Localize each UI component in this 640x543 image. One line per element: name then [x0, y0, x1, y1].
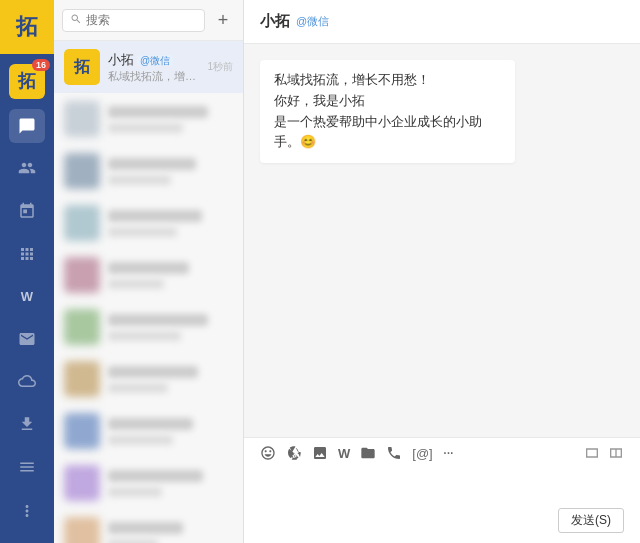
contact-name-xiaotuo: 小拓@微信 — [108, 51, 199, 69]
sidebar-item-contacts[interactable] — [9, 151, 45, 186]
avatar — [64, 205, 100, 241]
phone-button[interactable] — [386, 445, 402, 461]
sidebar-item-menu[interactable] — [9, 493, 45, 529]
user-avatar[interactable]: 拓 16 — [9, 64, 45, 99]
window-icon[interactable] — [584, 445, 600, 461]
avatar — [64, 309, 100, 345]
message-bubble: 私域找拓流，增长不用愁！ 你好，我是小拓 是一个热爱帮助中小企业成长的小助手。😊 — [260, 60, 515, 163]
chat-area: 小拓 @微信 私域找拓流，增长不用愁！ 你好，我是小拓 是一个热爱帮助中小企业成… — [244, 0, 640, 543]
split-icon[interactable] — [608, 445, 624, 461]
list-item[interactable] — [54, 353, 243, 405]
bubble-content: 私域找拓流，增长不用愁！ 你好，我是小拓 是一个热爱帮助中小企业成长的小助手。😊 — [260, 60, 515, 163]
sidebar-item-mail[interactable] — [9, 321, 45, 356]
search-input[interactable] — [86, 13, 197, 27]
contact-preview-xiaotuo: 私域找拓流，增长不用愁！ — [108, 69, 199, 84]
emoji-button[interactable] — [260, 445, 276, 461]
contact-panel: + 拓 小拓@微信 私域找拓流，增长不用愁！ 1秒前 — [54, 0, 244, 543]
sidebar-item-cloud[interactable] — [9, 364, 45, 399]
sidebar-item-doc[interactable]: W — [9, 279, 45, 314]
avatar — [64, 413, 100, 449]
message-line1: 私域找拓流，增长不用愁！ — [274, 70, 501, 91]
avatar — [64, 361, 100, 397]
sidebar-bottom — [9, 445, 45, 543]
contact-time-xiaotuo: 1秒前 — [207, 60, 233, 74]
contact-avatar-xiaotuo: 拓 — [64, 49, 100, 85]
folder-button[interactable] — [360, 445, 376, 461]
sidebar: 拓 拓 16 W — [0, 0, 54, 543]
avatar — [64, 257, 100, 293]
list-item[interactable] — [54, 509, 243, 543]
app-logo: 拓 — [0, 0, 54, 54]
chat-messages: 私域找拓流，增长不用愁！ 你好，我是小拓 是一个热爱帮助中小企业成长的小助手。😊 — [244, 44, 640, 437]
image-button[interactable] — [312, 445, 328, 461]
list-item[interactable] — [54, 457, 243, 509]
add-button[interactable]: + — [211, 8, 235, 32]
sidebar-item-settings[interactable] — [9, 449, 45, 485]
more-button[interactable]: ··· — [443, 444, 453, 462]
list-item[interactable] — [54, 93, 243, 145]
chat-header-tag: @微信 — [296, 14, 329, 29]
message-input[interactable] — [260, 476, 624, 504]
avatar — [64, 465, 100, 501]
screenshot-button[interactable] — [286, 445, 302, 461]
chat-right-icons — [584, 445, 624, 461]
avatar — [64, 153, 100, 189]
message-line3: 是一个热爱帮助中小企业成长的小助手。😊 — [274, 112, 501, 154]
list-item[interactable] — [54, 197, 243, 249]
sidebar-item-chat[interactable] — [9, 109, 45, 144]
sidebar-item-calendar[interactable] — [9, 194, 45, 229]
avatar — [64, 101, 100, 137]
avatar — [64, 517, 100, 543]
search-input-wrap[interactable] — [62, 9, 205, 32]
chat-toolbar: W [@] ··· — [244, 437, 640, 468]
list-item[interactable] — [54, 249, 243, 301]
send-button[interactable]: 发送(S) — [558, 508, 624, 533]
contact-info-xiaotuo: 小拓@微信 私域找拓流，增长不用愁！ — [108, 51, 199, 84]
message-line2: 你好，我是小拓 — [274, 91, 501, 112]
contact-list: 拓 小拓@微信 私域找拓流，增长不用愁！ 1秒前 — [54, 41, 243, 543]
chat-header-name: 小拓 — [260, 12, 290, 31]
list-item[interactable] — [54, 145, 243, 197]
contact-item-xiaotuo[interactable]: 拓 小拓@微信 私域找拓流，增长不用愁！ 1秒前 — [54, 41, 243, 93]
notification-badge: 16 — [32, 59, 50, 71]
at-button[interactable]: [@] — [412, 446, 432, 461]
chat-header: 小拓 @微信 — [244, 0, 640, 44]
sidebar-item-apps[interactable] — [9, 236, 45, 271]
sidebar-item-download[interactable] — [9, 407, 45, 442]
search-icon — [70, 13, 82, 28]
search-bar: + — [54, 0, 243, 41]
list-item[interactable] — [54, 405, 243, 457]
chat-input-area: 发送(S) — [244, 468, 640, 543]
doc-button[interactable]: W — [338, 446, 350, 461]
list-item[interactable] — [54, 301, 243, 353]
send-bar: 发送(S) — [260, 504, 624, 535]
